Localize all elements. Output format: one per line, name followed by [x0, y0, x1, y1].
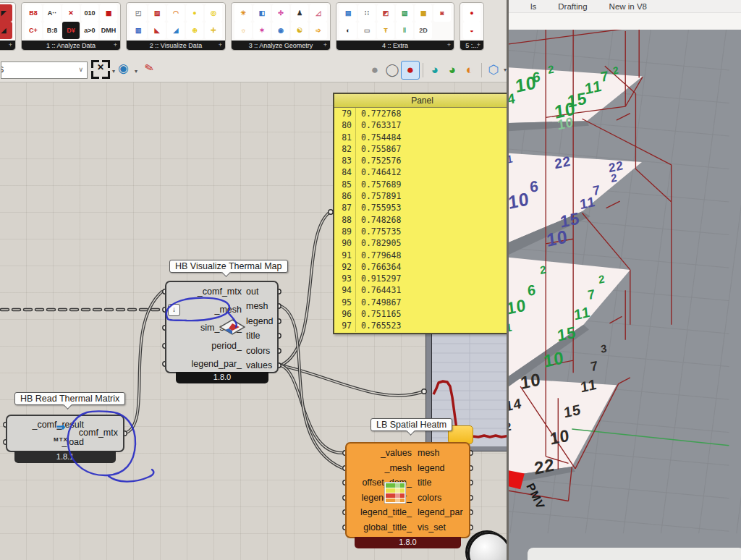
geo-arrows-icon[interactable]: ✣ — [272, 4, 289, 22]
read-output-comf-mtx[interactable]: comf_mtx — [79, 428, 118, 438]
analyze-a0-icon[interactable]: a>0 — [81, 22, 98, 39]
geo-fan-icon[interactable]: ✶ — [253, 22, 271, 39]
extra-books-icon[interactable]: ‖ — [396, 22, 413, 39]
extra-image-icon[interactable]: ▭ — [358, 22, 376, 39]
output-title[interactable]: title — [246, 331, 260, 341]
expand-plus-icon[interactable]: + — [447, 41, 451, 50]
viz-target-icon[interactable]: ◎ — [205, 4, 222, 22]
geo-projector-icon[interactable]: ◧ — [253, 4, 271, 22]
viz-hill-icon[interactable]: ◠ — [167, 4, 185, 22]
input-legendpar[interactable]: legend_par_ — [191, 359, 242, 369]
preview-none-icon[interactable]: ● — [366, 61, 384, 79]
rhino-menu-item[interactable]: Drafting — [558, 2, 587, 11]
geo-sun-icon[interactable]: ☼ — [234, 22, 252, 39]
visualize-outputs[interactable]: outmeshlegendtitlecolorsvalues — [246, 287, 276, 370]
output-visset[interactable]: vis_set — [418, 522, 446, 533]
preview-wireframe-icon[interactable]: ◯ — [384, 61, 401, 79]
toolbar-group-label[interactable]: 3 :: Analyze Geometry — [232, 41, 330, 50]
extra-grid-icon[interactable]: ▦ — [415, 4, 432, 22]
geo-person-icon[interactable]: ♟ — [291, 4, 308, 22]
zoom-extents-button[interactable]: ✕ — [91, 60, 110, 79]
expand-plus-icon[interactable]: + — [323, 41, 327, 50]
analyze-dy-icon[interactable]: D¥ — [62, 22, 80, 39]
toolbar-group-label[interactable]: 4 :: Extra — [336, 41, 454, 50]
output-colors[interactable]: colors — [246, 346, 270, 356]
extra-gradient-icon[interactable]: ▤ — [339, 4, 357, 22]
viz-bars-icon[interactable]: ▥ — [130, 22, 147, 39]
extra-capture-icon[interactable]: ◙ — [433, 4, 451, 22]
gh-panel-component[interactable]: Panel 790.772768800.763317810.754484820.… — [333, 93, 509, 334]
output-legendpar[interactable]: legend_par — [418, 507, 463, 517]
mesh-flatten-arrow-button[interactable]: ↓ — [168, 304, 180, 316]
lb-spatial-heatmap-component[interactable]: _values_meshoffset_dom_legend_par_legend… — [345, 442, 470, 538]
expand-plus-icon[interactable]: + — [219, 41, 222, 50]
chart-red-icon[interactable]: ◤ — [0, 4, 12, 22]
extra-bw-icon[interactable]: ◐ — [339, 22, 357, 39]
output-values[interactable]: values — [246, 360, 272, 370]
output-mesh[interactable]: mesh — [418, 448, 440, 458]
rhino-menu-item[interactable]: New in V8 — [609, 2, 647, 11]
rhino-viewport[interactable]: 1062415117210101222226710111510226710111… — [509, 30, 741, 560]
extra-dots-icon[interactable]: ∷ — [358, 4, 376, 22]
viz-circles-icon[interactable]: ⊕ — [186, 22, 203, 39]
input-globaltitle[interactable]: global_title_ — [363, 522, 412, 533]
viz-sun-icon[interactable]: ● — [186, 4, 203, 22]
geo-wedge-icon[interactable]: ◿ — [310, 4, 327, 22]
analyze-c-icon[interactable]: C+ — [25, 22, 42, 39]
output-out[interactable]: out — [246, 287, 258, 297]
display-settings-icon[interactable]: ⬡ — [485, 61, 502, 79]
viz-sail-red-icon[interactable]: ◣ — [148, 22, 166, 39]
rhino-menu-item[interactable]: ls — [530, 2, 536, 11]
analyze-x-icon[interactable]: ✕ — [62, 4, 80, 22]
analyze-b8-icon[interactable]: B:8 — [43, 22, 61, 39]
geo-arrow-icon[interactable]: ➩ — [310, 22, 327, 39]
graph-component[interactable] — [425, 329, 509, 451]
chevron-down-icon[interactable]: ∨ — [78, 62, 83, 77]
heatmap-outputs[interactable]: meshlegendtitlecolorslegend_parvis_set — [418, 448, 467, 533]
expand-plus-icon[interactable]: + — [9, 41, 12, 50]
viz-cross-icon[interactable]: ✛ — [205, 22, 222, 39]
output-legend[interactable]: legend — [246, 316, 274, 326]
preview-custom-icon[interactable]: ◕ — [444, 61, 461, 79]
input-values[interactable]: _values — [381, 448, 412, 458]
chevron-down-icon[interactable]: ▾ — [504, 67, 507, 73]
viz-mesh-icon[interactable]: ◰ — [130, 4, 147, 22]
output-legend[interactable]: legend — [418, 463, 445, 473]
five-half-icon[interactable]: ◒ — [463, 22, 480, 39]
geo-radial-icon[interactable]: ☯ — [291, 22, 308, 39]
output-title[interactable]: title — [418, 478, 431, 488]
viz-scatter-icon[interactable]: ▨ — [148, 4, 166, 22]
expand-plus-icon[interactable]: + — [114, 41, 117, 50]
preview-shaded-icon[interactable]: ● — [401, 61, 420, 80]
geo-sunclock-icon[interactable]: ☀ — [234, 4, 252, 22]
input-mesh[interactable]: _mesh — [384, 463, 412, 473]
five-sphere-icon[interactable]: ● — [463, 4, 480, 22]
analyze-ops-icon[interactable]: ▦ — [100, 4, 117, 22]
chart-red2-icon[interactable]: ◢ — [0, 22, 12, 39]
analyze-binary-icon[interactable]: 010 — [81, 4, 98, 22]
extra-2d-icon[interactable]: 2D — [415, 22, 432, 39]
analyze-ab-icon[interactable]: A·· — [43, 4, 61, 22]
toolbar-group-label[interactable]: ort — [0, 41, 15, 50]
output-colors[interactable]: colors — [418, 493, 441, 503]
extra-t-icon[interactable]: Ŧ — [377, 22, 394, 39]
geo-eye-icon[interactable]: ◉ — [272, 22, 289, 39]
input-comfmtx[interactable]: _comf_mtx — [198, 287, 242, 297]
chevron-down-icon[interactable]: ▾ — [112, 68, 115, 75]
input-legendtitle[interactable]: legend_title_ — [360, 507, 412, 517]
read-inputs[interactable]: _comf_result_load — [10, 420, 84, 447]
sketch-pen-icon[interactable]: ✎ — [143, 61, 156, 76]
extra-palette-icon[interactable]: ◩ — [377, 4, 394, 22]
preview-material-icon[interactable]: ◐ — [461, 61, 478, 79]
viz-sail-blue-icon[interactable]: ◢ — [167, 22, 185, 39]
input-mesh[interactable]: _mesh — [214, 305, 242, 315]
analyze-ba-icon[interactable]: B8 — [25, 4, 42, 22]
preview-eye-icon[interactable]: ◉ — [118, 61, 129, 76]
chevron-down-icon[interactable]: ▾ — [135, 68, 137, 75]
expand-plus-icon[interactable]: + — [477, 41, 480, 50]
extra-map-icon[interactable]: ▧ — [396, 4, 413, 22]
preview-docked-icon[interactable]: ◕ — [426, 61, 444, 79]
analyze-dmh-icon[interactable]: DMH — [100, 22, 117, 39]
toolbar-group-label[interactable]: 1 :: Analyze Data — [22, 41, 120, 50]
panel-title[interactable]: Panel — [334, 94, 509, 108]
